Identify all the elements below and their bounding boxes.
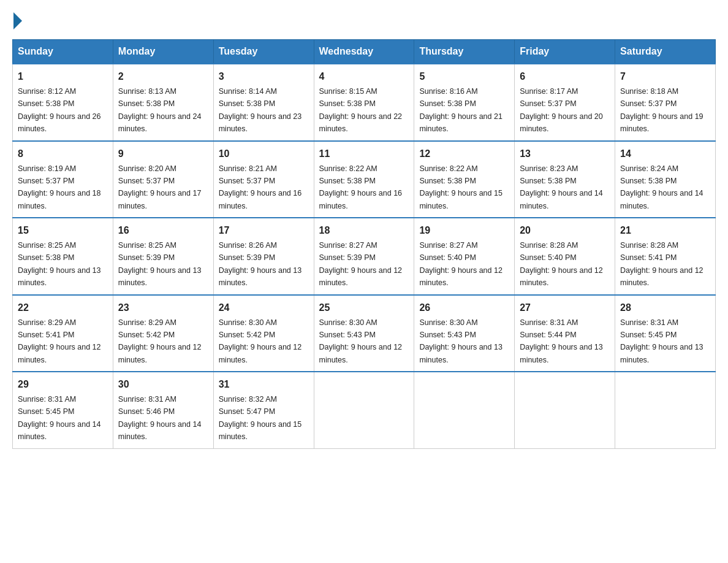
day-number: 13 [520,147,610,161]
day-info: Sunrise: 8:31 AMSunset: 5:45 PMDaylight:… [18,395,101,441]
calendar-day-cell: 20Sunrise: 8:28 AMSunset: 5:40 PMDayligh… [515,218,615,295]
day-number: 22 [18,301,108,315]
calendar-day-cell: 30Sunrise: 8:31 AMSunset: 5:46 PMDayligh… [113,372,213,448]
day-number: 2 [118,69,208,84]
day-info: Sunrise: 8:27 AMSunset: 5:40 PMDaylight:… [419,241,502,287]
calendar-day-cell: 21Sunrise: 8:28 AMSunset: 5:41 PMDayligh… [615,218,716,295]
day-info: Sunrise: 8:30 AMSunset: 5:42 PMDaylight:… [219,318,302,364]
day-info: Sunrise: 8:12 AMSunset: 5:38 PMDaylight:… [18,87,101,133]
logo-arrow-icon [13,12,22,29]
weekday-header-saturday: Saturday [615,40,716,64]
weekday-header-wednesday: Wednesday [314,40,414,64]
day-info: Sunrise: 8:14 AMSunset: 5:38 PMDaylight:… [219,87,302,133]
day-number: 23 [118,301,208,315]
calendar-day-cell: 17Sunrise: 8:26 AMSunset: 5:39 PMDayligh… [213,218,314,295]
day-info: Sunrise: 8:20 AMSunset: 5:37 PMDaylight:… [118,164,202,210]
calendar-day-cell [515,372,615,448]
calendar-week-row: 8Sunrise: 8:19 AMSunset: 5:37 PMDaylight… [13,141,716,218]
day-info: Sunrise: 8:30 AMSunset: 5:43 PMDaylight:… [419,318,502,364]
day-number: 17 [219,223,309,238]
calendar-week-row: 1Sunrise: 8:12 AMSunset: 5:38 PMDaylight… [13,64,716,141]
weekday-header-sunday: Sunday [13,40,113,64]
day-number: 30 [118,377,208,392]
day-info: Sunrise: 8:17 AMSunset: 5:37 PMDaylight:… [520,87,603,133]
day-number: 9 [118,147,208,161]
day-info: Sunrise: 8:32 AMSunset: 5:47 PMDaylight:… [219,395,302,441]
calendar-day-cell: 4Sunrise: 8:15 AMSunset: 5:38 PMDaylight… [314,64,414,141]
day-number: 18 [319,223,409,238]
calendar-day-cell: 19Sunrise: 8:27 AMSunset: 5:40 PMDayligh… [414,218,515,295]
day-number: 10 [219,147,309,161]
day-info: Sunrise: 8:31 AMSunset: 5:44 PMDaylight:… [520,318,603,364]
calendar-day-cell: 27Sunrise: 8:31 AMSunset: 5:44 PMDayligh… [515,295,615,372]
day-number: 25 [319,301,409,315]
page-header [12,12,716,27]
calendar-day-cell: 3Sunrise: 8:14 AMSunset: 5:38 PMDaylight… [213,64,314,141]
calendar-day-cell [414,372,515,448]
calendar-day-cell: 29Sunrise: 8:31 AMSunset: 5:45 PMDayligh… [13,372,113,448]
calendar-header: SundayMondayTuesdayWednesdayThursdayFrid… [13,40,716,64]
day-info: Sunrise: 8:13 AMSunset: 5:38 PMDaylight:… [118,87,202,133]
day-info: Sunrise: 8:27 AMSunset: 5:39 PMDaylight:… [319,241,403,287]
day-info: Sunrise: 8:26 AMSunset: 5:39 PMDaylight:… [219,241,302,287]
day-number: 19 [419,223,509,238]
day-number: 21 [620,223,710,238]
calendar-day-cell: 23Sunrise: 8:29 AMSunset: 5:42 PMDayligh… [113,295,213,372]
calendar-day-cell: 14Sunrise: 8:24 AMSunset: 5:38 PMDayligh… [615,141,716,218]
weekday-header-monday: Monday [113,40,213,64]
day-info: Sunrise: 8:22 AMSunset: 5:38 PMDaylight:… [419,164,502,210]
calendar-day-cell: 10Sunrise: 8:21 AMSunset: 5:37 PMDayligh… [213,141,314,218]
weekday-header-thursday: Thursday [414,40,515,64]
weekday-header-friday: Friday [515,40,615,64]
day-number: 11 [319,147,409,161]
day-info: Sunrise: 8:30 AMSunset: 5:43 PMDaylight:… [319,318,403,364]
day-number: 28 [620,301,710,315]
calendar-day-cell: 1Sunrise: 8:12 AMSunset: 5:38 PMDaylight… [13,64,113,141]
logo [12,12,22,27]
day-info: Sunrise: 8:31 AMSunset: 5:45 PMDaylight:… [620,318,703,364]
day-number: 12 [419,147,509,161]
calendar-day-cell: 28Sunrise: 8:31 AMSunset: 5:45 PMDayligh… [615,295,716,372]
day-info: Sunrise: 8:25 AMSunset: 5:38 PMDaylight:… [18,241,101,287]
calendar-day-cell: 26Sunrise: 8:30 AMSunset: 5:43 PMDayligh… [414,295,515,372]
calendar-table: SundayMondayTuesdayWednesdayThursdayFrid… [12,39,716,449]
calendar-day-cell: 6Sunrise: 8:17 AMSunset: 5:37 PMDaylight… [515,64,615,141]
day-info: Sunrise: 8:25 AMSunset: 5:39 PMDaylight:… [118,241,202,287]
day-number: 15 [18,223,108,238]
calendar-day-cell: 18Sunrise: 8:27 AMSunset: 5:39 PMDayligh… [314,218,414,295]
day-info: Sunrise: 8:21 AMSunset: 5:37 PMDaylight:… [219,164,302,210]
calendar-day-cell: 13Sunrise: 8:23 AMSunset: 5:38 PMDayligh… [515,141,615,218]
day-info: Sunrise: 8:29 AMSunset: 5:42 PMDaylight:… [118,318,202,364]
day-info: Sunrise: 8:16 AMSunset: 5:38 PMDaylight:… [419,87,502,133]
day-info: Sunrise: 8:19 AMSunset: 5:37 PMDaylight:… [18,164,101,210]
calendar-body: 1Sunrise: 8:12 AMSunset: 5:38 PMDaylight… [13,64,716,448]
day-info: Sunrise: 8:23 AMSunset: 5:38 PMDaylight:… [520,164,603,210]
day-number: 3 [219,69,309,84]
calendar-day-cell: 11Sunrise: 8:22 AMSunset: 5:38 PMDayligh… [314,141,414,218]
day-info: Sunrise: 8:22 AMSunset: 5:38 PMDaylight:… [319,164,403,210]
day-number: 24 [219,301,309,315]
day-number: 4 [319,69,409,84]
day-info: Sunrise: 8:24 AMSunset: 5:38 PMDaylight:… [620,164,703,210]
calendar-week-row: 15Sunrise: 8:25 AMSunset: 5:38 PMDayligh… [13,218,716,295]
day-number: 5 [419,69,509,84]
calendar-day-cell: 12Sunrise: 8:22 AMSunset: 5:38 PMDayligh… [414,141,515,218]
calendar-day-cell: 9Sunrise: 8:20 AMSunset: 5:37 PMDaylight… [113,141,213,218]
calendar-day-cell [615,372,716,448]
calendar-day-cell: 16Sunrise: 8:25 AMSunset: 5:39 PMDayligh… [113,218,213,295]
calendar-day-cell: 15Sunrise: 8:25 AMSunset: 5:38 PMDayligh… [13,218,113,295]
day-number: 6 [520,69,610,84]
day-info: Sunrise: 8:28 AMSunset: 5:41 PMDaylight:… [620,241,703,287]
day-info: Sunrise: 8:31 AMSunset: 5:46 PMDaylight:… [118,395,202,441]
day-info: Sunrise: 8:15 AMSunset: 5:38 PMDaylight:… [319,87,403,133]
weekday-header-row: SundayMondayTuesdayWednesdayThursdayFrid… [13,40,716,64]
day-number: 20 [520,223,610,238]
calendar-day-cell [314,372,414,448]
calendar-day-cell: 2Sunrise: 8:13 AMSunset: 5:38 PMDaylight… [113,64,213,141]
day-number: 27 [520,301,610,315]
calendar-day-cell: 22Sunrise: 8:29 AMSunset: 5:41 PMDayligh… [13,295,113,372]
day-number: 31 [219,377,309,392]
weekday-header-tuesday: Tuesday [213,40,314,64]
day-number: 29 [18,377,108,392]
calendar-week-row: 29Sunrise: 8:31 AMSunset: 5:45 PMDayligh… [13,372,716,448]
